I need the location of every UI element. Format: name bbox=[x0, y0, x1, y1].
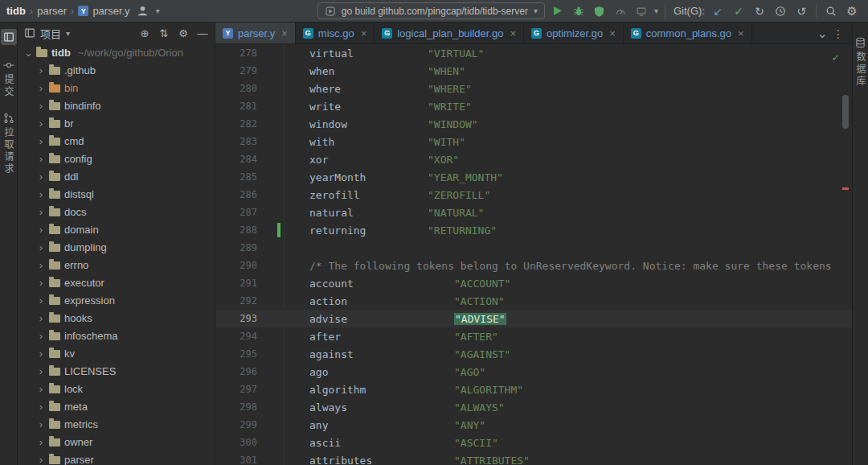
toolstrip-pull-requests-button[interactable]: 拉取请求 bbox=[2, 113, 15, 175]
tree-item-LICENSES[interactable]: ›LICENSES bbox=[18, 362, 215, 380]
code-line[interactable]: 281write"WRITE" bbox=[215, 97, 852, 115]
tree-item-docs[interactable]: ›docs bbox=[18, 203, 215, 220]
tree-item-meta[interactable]: ›meta bbox=[18, 397, 215, 415]
tree-item-kv[interactable]: ›kv bbox=[18, 344, 215, 362]
tree-item-bindinfo[interactable]: ›bindinfo bbox=[18, 97, 215, 114]
project-panel-title[interactable]: 项目 bbox=[40, 26, 61, 41]
git-widget-label[interactable]: Git(G): bbox=[674, 5, 705, 17]
code-line[interactable]: 289 bbox=[215, 239, 852, 257]
chevron-down-icon[interactable]: ▾ bbox=[156, 6, 160, 15]
git-push-button[interactable]: ↻ bbox=[751, 3, 768, 19]
tab-common_plans.go[interactable]: Gcommon_plans.go× bbox=[624, 23, 752, 43]
go-file-icon: G bbox=[531, 28, 542, 39]
chevron-down-icon[interactable]: ▾ bbox=[66, 29, 70, 38]
profiler-button[interactable] bbox=[612, 3, 628, 19]
tree-item-errno[interactable]: ›errno bbox=[18, 256, 215, 274]
git-commit-button[interactable]: ✓ bbox=[731, 3, 747, 19]
code-line[interactable]: 291account"ACCOUNT" bbox=[215, 274, 852, 292]
tree-item-metrics[interactable]: ›metrics bbox=[18, 415, 215, 433]
settings-gear-icon[interactable]: ⚙ bbox=[844, 3, 860, 19]
tree-item-distsql[interactable]: ›distsql bbox=[18, 185, 215, 203]
tree-item-root[interactable]: ⌄tidb~/work/go/github/Orion bbox=[18, 43, 215, 61]
tree-item-parser[interactable]: ›parser bbox=[18, 451, 215, 465]
hidden-tabs-chevron-icon[interactable]: ⌄ bbox=[817, 23, 828, 44]
chevron-right-icon: › bbox=[30, 5, 33, 17]
tab-logical_plan_builder.go[interactable]: Glogical_plan_builder.go× bbox=[375, 23, 524, 43]
code-line[interactable]: 287natural"NATURAL" bbox=[215, 204, 852, 221]
locate-file-button[interactable]: ⊕ bbox=[137, 27, 152, 39]
expand-collapse-button[interactable]: ⇅ bbox=[157, 27, 171, 39]
attach-process-button[interactable] bbox=[633, 3, 649, 19]
code-line[interactable]: 294after"AFTER" bbox=[215, 327, 852, 345]
tree-item-lock[interactable]: ›lock bbox=[18, 380, 215, 397]
run-button[interactable] bbox=[550, 3, 566, 19]
chevron-down-icon[interactable]: ▾ bbox=[654, 6, 658, 15]
tree-item-owner[interactable]: ›owner bbox=[18, 433, 215, 451]
code-token: with bbox=[309, 136, 428, 148]
vcs-change-marker[interactable] bbox=[277, 223, 280, 237]
tab-optimizer.go[interactable]: Goptimizer.go× bbox=[524, 23, 624, 43]
tree-item-.github[interactable]: ›.github bbox=[18, 61, 215, 79]
code-editor[interactable]: 278virtual"VIRTUAL"279when"WHEN"280where… bbox=[215, 44, 852, 465]
tab-parser.y[interactable]: Yparser.y× bbox=[215, 23, 296, 43]
code-line[interactable]: 298always"ALWAYS" bbox=[215, 398, 852, 416]
code-line[interactable]: 296ago"AGO" bbox=[215, 363, 852, 381]
debug-button[interactable] bbox=[571, 3, 587, 19]
tab-misc.go[interactable]: Gmisc.go× bbox=[296, 23, 375, 43]
user-profile-button[interactable] bbox=[135, 3, 151, 19]
code-line[interactable]: 285yearMonth"YEAR_MONTH" bbox=[215, 168, 852, 186]
tree-item-dumpling[interactable]: ›dumpling bbox=[18, 238, 215, 256]
tree-item-domain[interactable]: ›domain bbox=[18, 220, 215, 238]
hide-panel-button[interactable]: — bbox=[195, 27, 210, 39]
code-line[interactable]: 284xor"XOR" bbox=[215, 150, 852, 168]
rollback-button[interactable]: ↺ bbox=[793, 3, 809, 19]
tree-item-br[interactable]: ›br bbox=[18, 114, 215, 132]
tree-item-ddl[interactable]: ›ddl bbox=[18, 167, 215, 185]
editor-scrollbar[interactable] bbox=[842, 95, 849, 129]
code-line[interactable]: 280where"WHERE" bbox=[215, 80, 852, 97]
code-line[interactable]: 283with"WITH" bbox=[215, 133, 852, 150]
tree-item-hooks[interactable]: ›hooks bbox=[18, 309, 215, 327]
search-everywhere-button[interactable] bbox=[823, 3, 839, 19]
tab-options-more-icon[interactable]: ⋮ bbox=[833, 23, 844, 44]
tree-item-cmd[interactable]: ›cmd bbox=[18, 132, 215, 150]
code-line[interactable]: 301attributes"ATTRIBUTES" bbox=[215, 451, 852, 465]
tree-item-executor[interactable]: ›executor bbox=[18, 274, 215, 291]
close-icon[interactable]: × bbox=[609, 27, 616, 39]
toolstrip-database-button[interactable]: 数据库 bbox=[854, 37, 867, 88]
code-line[interactable]: 286zerofill"ZEROFILL" bbox=[215, 186, 852, 204]
close-icon[interactable]: × bbox=[510, 27, 517, 39]
tree-item-bin[interactable]: ›bin bbox=[18, 79, 215, 97]
close-icon[interactable]: × bbox=[361, 27, 367, 39]
folder-icon bbox=[49, 261, 60, 270]
tree-item-infoschema[interactable]: ›infoschema bbox=[18, 327, 215, 344]
close-icon[interactable]: × bbox=[281, 27, 288, 39]
panel-settings-gear-icon[interactable]: ⚙ bbox=[176, 27, 190, 39]
code-line[interactable]: 292action"ACTION" bbox=[215, 292, 852, 310]
code-line[interactable]: 300ascii"ASCII" bbox=[215, 434, 852, 451]
code-line[interactable]: 282window"WINDOW" bbox=[215, 115, 852, 133]
tree-item-expression[interactable]: ›expression bbox=[18, 291, 215, 309]
toolstrip-commit-button[interactable]: 提交 bbox=[2, 60, 15, 98]
error-stripe-mark[interactable] bbox=[842, 187, 849, 190]
code-text: after"AFTER" bbox=[284, 331, 498, 343]
code-line[interactable]: 297algorithm"ALGORITHM" bbox=[215, 381, 852, 398]
code-line[interactable]: 299any"ANY" bbox=[215, 416, 852, 434]
history-icon[interactable] bbox=[772, 3, 788, 19]
inspection-ok-icon[interactable]: ✓ bbox=[833, 51, 839, 64]
breadcrumb-file[interactable]: parser.y bbox=[92, 5, 129, 17]
code-line[interactable]: 288returning"RETURNING" bbox=[215, 221, 852, 239]
toolstrip-project-button[interactable] bbox=[1, 29, 17, 45]
tree-item-config[interactable]: ›config bbox=[18, 150, 215, 167]
code-line[interactable]: 295against"AGAINST" bbox=[215, 345, 852, 363]
git-update-button[interactable]: ↙ bbox=[710, 3, 726, 19]
run-with-coverage-button[interactable] bbox=[592, 3, 608, 19]
code-line[interactable]: 293advise"ADVISE" bbox=[215, 310, 852, 327]
code-line[interactable]: 279when"WHEN" bbox=[215, 62, 852, 80]
breadcrumb-project[interactable]: tidb bbox=[6, 5, 26, 17]
code-line[interactable]: 278virtual"VIRTUAL" bbox=[215, 44, 852, 62]
run-config-select[interactable]: go build github.com/pingcap/tidb/tidb-se… bbox=[317, 2, 545, 19]
code-line[interactable]: 290/* The following tokens belong to UnR… bbox=[215, 257, 852, 274]
breadcrumb-folder[interactable]: parser bbox=[37, 5, 67, 17]
close-icon[interactable]: × bbox=[738, 27, 744, 39]
